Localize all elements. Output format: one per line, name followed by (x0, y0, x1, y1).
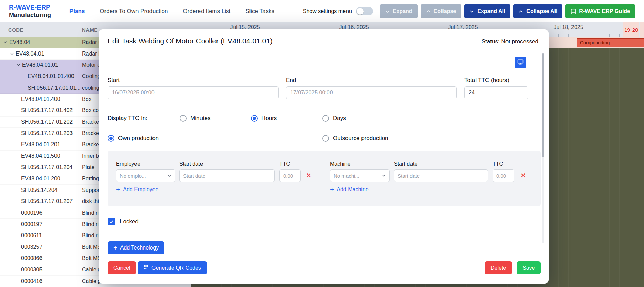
generate-qr-codes-button[interactable]: Generate QR Codes (138, 261, 207, 274)
screen-view-button[interactable] (515, 57, 526, 68)
row-code: EV48.04.01.200 (0, 176, 82, 182)
employee-ttc-input[interactable] (279, 169, 301, 182)
end-label: End (286, 77, 296, 84)
remove-machine-button[interactable]: × (521, 171, 525, 179)
row-code: 0000197 (0, 221, 82, 227)
row-code: SH.056.17.17.01.203 (0, 130, 82, 136)
row-code: EV48.04.01.201 (0, 141, 82, 148)
delete-button-label: Delete (490, 265, 506, 271)
chevron-down-icon[interactable] (3, 40, 7, 44)
add-technology-button[interactable]: + Add Technology (108, 241, 164, 254)
row-code: 0000196 (0, 210, 82, 216)
expand-all-button-label: Expand All (477, 8, 505, 14)
row-code: SH.056.17.17.01.402 (0, 107, 82, 114)
radio-hours[interactable]: Hours (251, 114, 277, 123)
radio-days[interactable]: Days (322, 114, 346, 123)
machine-ttc-column-label: TTC (493, 161, 503, 167)
plus-icon: + (113, 244, 117, 251)
qr-code-icon (143, 265, 149, 271)
row-code: 0000866 (0, 255, 82, 261)
row-code: EV48.04.01 (0, 51, 82, 57)
settings-toggle[interactable] (356, 7, 373, 15)
employee-start-date-input[interactable] (179, 169, 275, 182)
cancel-button[interactable]: Cancel (108, 261, 136, 274)
chevron-down-icon (382, 173, 386, 179)
nav-item-ordered-items-list[interactable]: Ordered Items List (183, 8, 230, 15)
chevron-down-icon (167, 173, 172, 179)
chevron-down-icon[interactable] (10, 52, 14, 56)
locked-label: Locked (120, 218, 139, 225)
add-technology-label: Add Technology (120, 245, 159, 251)
row-code: 0000611 (0, 232, 82, 239)
expand-button-label: Expand (393, 8, 413, 14)
machine-column-label: Machine (330, 161, 350, 167)
plus-icon: + (116, 186, 120, 193)
row-code: EV48.04.01.01 (0, 62, 82, 68)
row-code: EV48.04.01.500 (0, 153, 82, 159)
collapse-button[interactable]: Collapse (421, 4, 462, 18)
add-machine-label: Add Machine (337, 186, 368, 193)
machine-ttc-input[interactable] (493, 169, 514, 182)
delete-button[interactable]: Delete (485, 261, 512, 274)
row-code: SH.056.17.17.01.204 (0, 164, 82, 170)
remove-employee-button[interactable]: × (307, 171, 311, 179)
save-button[interactable]: Save (517, 261, 541, 274)
date-header-jul18: Jul 18, 2025 (553, 24, 583, 30)
machine-select[interactable]: No machi... (330, 169, 390, 182)
radio-hours-label: Hours (261, 115, 277, 122)
topbar-buttons: Expand Collapse Expand All Collapse All … (380, 4, 635, 18)
row-code: SH.056.17.17.01.207 (0, 198, 82, 205)
nav-item-plans[interactable]: Plans (69, 8, 85, 15)
radio-minutes[interactable]: Minutes (180, 114, 211, 123)
row-code: SH.056.17.17.01.202 (0, 119, 82, 125)
add-employee-link[interactable]: + Add Employee (116, 186, 158, 193)
expand-all-button[interactable]: Expand All (464, 4, 510, 18)
code-column-header[interactable]: CODE (8, 22, 23, 37)
radio-own-production[interactable]: Own production (108, 134, 159, 143)
app-logo[interactable]: R-WAVE-ERP Manufacturing (9, 4, 51, 19)
total-ttc-label: Total TTC (hours) (464, 77, 509, 84)
machine-start-date-column-label: Start date (394, 161, 417, 167)
radio-icon (251, 115, 258, 122)
expand-button[interactable]: Expand (380, 4, 418, 18)
collapse-button-label: Collapse (434, 8, 456, 14)
name-column-header[interactable]: NAME (82, 22, 98, 37)
radio-icon (322, 115, 329, 122)
locked-checkbox-row[interactable]: Locked (108, 218, 139, 225)
checkbox-checked-icon[interactable] (108, 218, 115, 225)
nav-item-slice-tasks[interactable]: Slice Tasks (245, 8, 274, 15)
chevron-down-icon[interactable] (16, 63, 20, 67)
radio-outsource-production[interactable]: Outsource production (322, 134, 388, 143)
radio-own-production-label: Own production (118, 135, 159, 142)
add-machine-link[interactable]: + Add Machine (330, 186, 369, 193)
end-input[interactable] (286, 86, 457, 99)
chevron-down-icon (385, 9, 390, 14)
row-code: EV48.04.01.400 (0, 96, 82, 102)
save-button-label: Save (522, 265, 535, 271)
chevron-up-icon (426, 9, 431, 14)
machine-start-date-input[interactable] (394, 169, 488, 182)
start-input[interactable] (108, 86, 279, 99)
collapse-all-button[interactable]: Collapse All (513, 4, 562, 18)
employee-select[interactable]: No emplo... (116, 169, 175, 182)
weekend-day-header-20: 20 (631, 22, 639, 37)
main-nav: PlansOrders To Own ProductionOrdered Ite… (69, 8, 274, 15)
status-text: Status: Not processed (482, 38, 538, 45)
display-ttc-label: Display TTC In: (108, 115, 147, 122)
technology-panel: Employee Start date TTC No emplo... × + … (108, 151, 541, 206)
row-code: SH.056.14.204 (0, 187, 82, 193)
employee-ttc-column-label: TTC (279, 161, 290, 167)
nav-item-orders-to-own-production[interactable]: Orders To Own Production (100, 8, 168, 15)
radio-icon (108, 135, 114, 142)
edit-task-modal: Edit Task Welding Of Motor Cooller (EV48… (99, 29, 549, 284)
gantt-bar-compounding[interactable]: Compounding (577, 38, 644, 47)
employee-select-value: No emplo... (120, 173, 146, 179)
modal-scrollbar-thumb[interactable] (542, 53, 544, 157)
row-code: EV48.04 (0, 39, 82, 45)
total-ttc-input[interactable] (464, 86, 528, 99)
settings-toggle-label: Show settings menu (303, 8, 352, 14)
weekend-day-header-stub (640, 22, 644, 37)
row-code: EV48.04.01.01.400 (0, 73, 82, 79)
radio-minutes-label: Minutes (190, 115, 211, 122)
erp-guide-button[interactable]: R-WAVE ERP Guide (565, 4, 635, 18)
